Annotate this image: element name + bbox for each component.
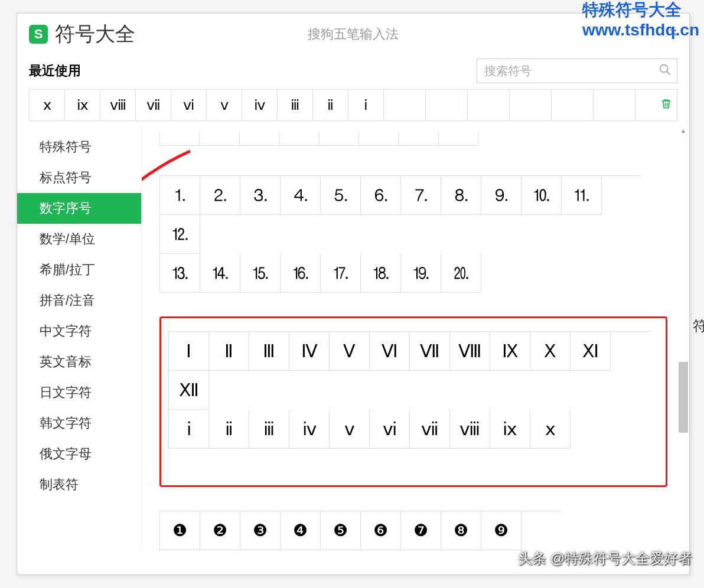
symbol-cell[interactable]: ❸ (240, 511, 281, 550)
sidebar-item-russian[interactable]: 俄文字母 (17, 439, 141, 469)
symbol-cell[interactable]: ⒙ (361, 254, 401, 293)
symbol-cell[interactable]: ⒍ (361, 176, 401, 215)
svg-line-1 (667, 71, 670, 75)
trash-icon[interactable] (654, 97, 678, 113)
symbol-cell[interactable]: Ⅴ (330, 332, 370, 371)
sidebar-item-special[interactable]: 特殊符号 (17, 132, 141, 162)
symbol-cell[interactable]: Ⅱ (209, 332, 249, 371)
recent-item[interactable]: ⅸ (65, 90, 100, 120)
symbol-cell[interactable]: ⒗ (281, 254, 321, 293)
main-area: 特殊符号 标点符号 数字序号 数学/单位 希腊/拉丁 拼音/注音 中文字符 英文… (17, 126, 689, 551)
symbol-cell[interactable]: ⅴ (330, 410, 370, 449)
scrollbar[interactable]: ▲ (679, 126, 688, 551)
recent-empty (552, 90, 594, 120)
peek-text: 符 (693, 316, 704, 335)
symbol-cell[interactable]: ❼ (401, 511, 441, 550)
recent-item[interactable]: ⅴ (207, 90, 242, 120)
symbol-cell[interactable]: ❹ (281, 511, 321, 550)
search-icon[interactable] (659, 63, 672, 79)
recent-item[interactable]: ⅹ (30, 90, 65, 120)
symbol-cell[interactable]: ⅸ (490, 410, 530, 449)
symbol-cell[interactable]: ❻ (361, 511, 401, 550)
symbol-cell[interactable]: ⒊ (240, 176, 281, 215)
sidebar-item-phonetic[interactable]: 英文音标 (17, 347, 141, 377)
recent-item[interactable]: ⅵ (171, 90, 207, 120)
content-area: ⒈ ⒉ ⒊ ⒋ ⒌ ⒍ ⒎ ⒏ ⒐ ⒑ ⒒ ⒓ ⒔ ⒕ ⒖ ⒗ ⒘ ⒙ ⒚ ⒛ (141, 126, 689, 551)
symbol-cell[interactable]: ⒘ (321, 254, 361, 293)
roman-grid: Ⅰ Ⅱ Ⅲ Ⅳ Ⅴ Ⅵ Ⅶ Ⅷ Ⅸ Ⅹ Ⅺ Ⅻ ⅰ ⅱ ⅲ ⅳ (168, 331, 650, 449)
recent-item[interactable]: ⅶ (136, 90, 171, 120)
window-subtitle: 搜狗五笔输入法 (308, 25, 399, 43)
symbol-cell[interactable]: ⒎ (401, 176, 441, 215)
recent-item[interactable]: ⅰ (348, 90, 384, 120)
symbol-cell[interactable]: ❶ (160, 511, 200, 550)
symbol-cell[interactable]: ❷ (200, 511, 240, 550)
sidebar-item-greek[interactable]: 希腊/拉丁 (17, 254, 141, 285)
symbol-cell[interactable]: ⅰ (169, 410, 209, 449)
symbol-cell[interactable]: ⅷ (450, 410, 490, 449)
sidebar-item-pinyin[interactable]: 拼音/注音 (17, 285, 141, 316)
symbol-cell[interactable]: ⒛ (441, 254, 481, 293)
recent-grid: ⅹ ⅸ ⅷ ⅶ ⅵ ⅴ ⅳ ⅲ ⅱ ⅰ (29, 89, 677, 121)
symbol-cell[interactable]: ⒖ (240, 254, 281, 293)
symbol-cell[interactable]: ⒋ (281, 176, 321, 215)
symbol-cell[interactable]: ❽ (441, 511, 481, 550)
symbol-cell[interactable]: ⒌ (321, 176, 361, 215)
sidebar-item-number[interactable]: 数字序号 (17, 193, 141, 224)
recent-label: 最近使用 (29, 62, 81, 80)
sidebar-item-table[interactable]: 制表符 (17, 469, 141, 500)
window-title: 符号大全 (55, 21, 135, 48)
watermark-line2: www.tsfhdq.cn (582, 20, 699, 40)
sidebar-item-chinese[interactable]: 中文字符 (17, 316, 141, 347)
symbol-cell[interactable]: ⒚ (401, 254, 441, 293)
sidebar-item-math[interactable]: 数学/单位 (17, 224, 141, 254)
recent-item[interactable]: ⅳ (242, 90, 278, 120)
symbol-cell[interactable]: ⅱ (209, 410, 249, 449)
partial-grid-row (159, 132, 478, 146)
symbol-cell[interactable]: ❾ (481, 511, 522, 550)
symbol-cell[interactable]: ⅳ (289, 410, 330, 449)
recent-item[interactable]: ⅱ (313, 90, 348, 120)
sidebar-item-japanese[interactable]: 日文字符 (17, 377, 141, 408)
sidebar-item-punctuation[interactable]: 标点符号 (17, 162, 141, 193)
symbol-cell[interactable]: ⒔ (160, 254, 200, 293)
symbol-cell[interactable]: ⒓ (160, 215, 200, 254)
symbol-cell[interactable]: ⅹ (530, 410, 571, 449)
symbol-cell[interactable]: Ⅶ (410, 332, 450, 371)
symbol-cell[interactable]: ⅵ (370, 410, 410, 449)
symbol-cell[interactable]: Ⅳ (289, 332, 330, 371)
watermark-bottom: 头条 @特殊符号大全爱好者 (518, 549, 692, 568)
search-wrap (477, 58, 677, 83)
app-icon: S (29, 25, 48, 44)
recent-empty (426, 90, 468, 120)
scroll-up-icon[interactable]: ▲ (679, 126, 688, 135)
highlight-box: Ⅰ Ⅱ Ⅲ Ⅳ Ⅴ Ⅵ Ⅶ Ⅷ Ⅸ Ⅹ Ⅺ Ⅻ ⅰ ⅱ ⅲ ⅳ (159, 316, 667, 487)
symbol-cell[interactable]: ⒈ (160, 176, 200, 215)
top-section: 最近使用 ⅹ ⅸ ⅷ ⅶ ⅵ ⅴ ⅳ ⅲ ⅱ ⅰ (17, 53, 689, 121)
symbol-cell[interactable]: ❿ (160, 550, 200, 551)
symbol-cell[interactable]: Ⅰ (169, 332, 209, 371)
symbol-cell[interactable]: ⅶ (410, 410, 450, 449)
symbol-cell[interactable]: ⒒ (562, 176, 602, 215)
symbol-cell[interactable]: Ⅻ (169, 371, 209, 410)
symbol-cell[interactable]: ⒕ (200, 254, 240, 293)
symbol-cell[interactable]: ⒑ (522, 176, 562, 215)
symbol-cell[interactable]: ⒏ (441, 176, 481, 215)
symbol-cell[interactable]: ❺ (321, 511, 361, 550)
circled-grid: ❶ ❷ ❸ ❹ ❺ ❻ ❼ ❽ ❾ ❿ ㈠ ㈡ ㈢ ㈣ ㈤ ㈥ ㈦ ㈧ ㈨ ㈩ (159, 511, 561, 551)
symbol-cell[interactable]: Ⅲ (249, 332, 289, 371)
symbol-cell[interactable]: Ⅺ (571, 332, 611, 371)
scroll-thumb[interactable] (679, 362, 688, 433)
symbol-cell[interactable]: ⒉ (200, 176, 240, 215)
symbol-cell[interactable]: Ⅵ (370, 332, 410, 371)
recent-item[interactable]: ⅲ (278, 90, 313, 120)
symbol-cell[interactable]: ⅲ (249, 410, 289, 449)
symbol-cell[interactable]: Ⅷ (450, 332, 490, 371)
symbol-cell[interactable]: ⒐ (481, 176, 522, 215)
symbol-cell[interactable]: Ⅹ (530, 332, 571, 371)
search-input[interactable] (477, 58, 677, 83)
recent-empty (594, 90, 635, 120)
symbol-cell[interactable]: Ⅸ (490, 332, 530, 371)
sidebar-item-korean[interactable]: 韩文字符 (17, 408, 141, 439)
recent-item[interactable]: ⅷ (100, 90, 136, 120)
